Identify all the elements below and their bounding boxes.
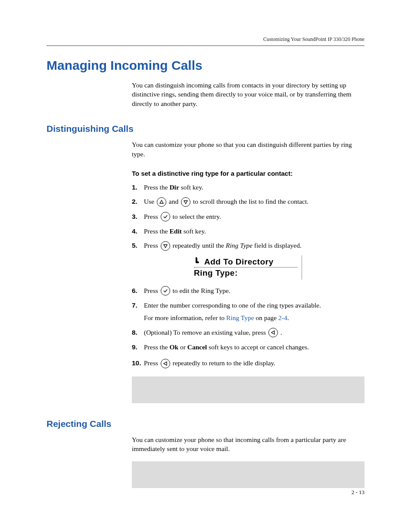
left-arrow-icon [268, 328, 278, 337]
step-number: 7. [132, 300, 144, 310]
step-number: 6. [132, 286, 144, 296]
step-text: or [178, 343, 187, 351]
step-text: For more information, refer to [144, 314, 226, 321]
step-text: soft keys to accept or cancel changes. [207, 343, 309, 351]
step-text: Press the [144, 343, 169, 351]
step-4: 4. Press the Edit soft key. [132, 226, 364, 236]
page-number: 2 - 13 [352, 489, 364, 496]
step-3: 3. Press to select the entry. [132, 212, 364, 222]
step-5: 5. Press repeatedly until the Ring Type … [132, 240, 364, 251]
rejecting-paragraph: You can customize your phone so that inc… [132, 435, 364, 454]
step-text: soft key. [179, 184, 203, 191]
step-text: Press the [144, 184, 169, 191]
page-header: Customizing Your SoundPoint IP 330/320 P… [47, 36, 364, 43]
step-text: Enter the number corresponding to one of… [144, 302, 321, 309]
procedure-subhead: To set a distinctive ring type for a par… [132, 170, 364, 177]
heading-distinguishing-calls: Distinguishing Calls [47, 124, 364, 134]
left-arrow-icon [161, 359, 170, 368]
link-page-ref[interactable]: 2-4 [278, 314, 287, 321]
softkey-name: Ok [169, 343, 178, 351]
lcd-screenshot: Add To Directory Ring Type: [192, 255, 364, 280]
step-number: 3. [132, 212, 144, 221]
header-rule [47, 45, 364, 46]
up-arrow-icon [157, 197, 166, 207]
step-text: . [287, 314, 289, 321]
down-arrow-icon [161, 241, 170, 251]
note-placeholder [132, 376, 364, 403]
procedure-list-cont: 6. Press to edit the Ring Type. 7. Enter… [132, 286, 364, 369]
lcd-line-1: Add To Directory [204, 257, 274, 266]
step-number: 1. [132, 182, 144, 192]
step-text: Use [144, 198, 156, 205]
step-number: 10. [132, 358, 144, 368]
softkey-name: Cancel [187, 343, 207, 351]
lcd-line-2: Ring Type: [194, 268, 297, 278]
softkey-name: Dir [169, 184, 179, 191]
step-text: soft key. [182, 227, 206, 235]
procedure-list: 1. Press the Dir soft key. 2. Use and to… [132, 182, 364, 251]
step-number: 9. [132, 342, 144, 352]
step-text: Press [144, 359, 160, 367]
link-ring-type[interactable]: Ring Type [226, 314, 254, 321]
step-1: 1. Press the Dir soft key. [132, 182, 364, 192]
step-text: to edit the Ring Type. [172, 287, 230, 294]
step-6: 6. Press to edit the Ring Type. [132, 286, 364, 296]
step-text: Press [144, 287, 160, 294]
check-icon [161, 212, 170, 221]
softkey-name: Edit [169, 227, 181, 235]
heading-managing-incoming-calls: Managing Incoming Calls [47, 58, 364, 73]
step-number: 4. [132, 226, 144, 236]
step-number: 8. [132, 327, 144, 337]
step-text: Press the [144, 227, 169, 235]
down-arrow-icon [181, 197, 190, 207]
step-text: Press [144, 213, 160, 220]
step-10: 10. Press repeatedly to return to the id… [132, 358, 364, 368]
step-2: 2. Use and to scroll through the list to… [132, 196, 364, 207]
step-7: 7. Enter the number corresponding to one… [132, 300, 364, 323]
intro-paragraph: You can distinguish incoming calls from … [132, 81, 364, 108]
step-text: to scroll through the list to find the c… [193, 198, 308, 205]
step-text: repeatedly to return to the idle display… [172, 359, 275, 367]
step-text: repeatedly until the [172, 242, 226, 249]
check-icon [161, 286, 170, 296]
step-number: 2. [132, 196, 144, 206]
step-text: Press [144, 242, 160, 249]
step-text: and [169, 198, 180, 205]
step-text: on page [254, 314, 278, 321]
step-text: to select the entry. [172, 213, 221, 220]
distinguishing-paragraph: You can customize your phone so that you… [132, 140, 364, 159]
phone-icon [194, 256, 201, 266]
step-8: 8. (Optional) To remove an existing valu… [132, 327, 364, 338]
step-text: field is displayed. [252, 242, 302, 249]
field-name: Ring Type [226, 242, 252, 249]
heading-rejecting-calls: Rejecting Calls [47, 419, 364, 429]
step-9: 9. Press the Ok or Cancel soft keys to a… [132, 342, 364, 352]
step-number: 5. [132, 240, 144, 250]
note-placeholder [132, 461, 364, 488]
step-text: . [280, 329, 282, 336]
step-text: (Optional) To remove an existing value, … [144, 329, 268, 336]
